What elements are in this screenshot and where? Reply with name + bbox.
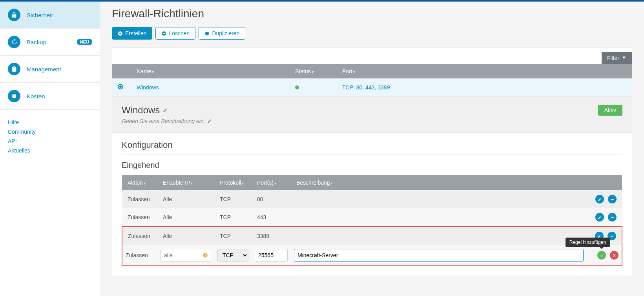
edit-rule-icon[interactable]: [595, 195, 604, 203]
policy-row[interactable]: Windows TCP: 80, 443, 3389: [112, 78, 632, 96]
edit-desc-icon[interactable]: [207, 119, 212, 123]
clipboard-icon: [8, 63, 20, 75]
rules-table: Aktion▾ Erlaubte IP▾ Protokoll▾ Port(s)▾…: [122, 175, 622, 266]
rule-row: Zulassen Alle TCP 443: [122, 208, 622, 227]
rule-row: Zulassen Alle TCP 80: [122, 190, 622, 208]
col-ip[interactable]: Erlaubte IP▾: [157, 175, 214, 190]
svg-rect-1: [611, 199, 613, 200]
port-input[interactable]: [255, 249, 288, 261]
new-rule-row: Zulassen TCP: [122, 245, 622, 266]
delete-button[interactable]: Löschen: [155, 27, 195, 40]
select-radio[interactable]: [118, 84, 123, 89]
sidebar-links: Hilfe Community API Aktuelles: [0, 110, 100, 163]
sidebar-item-backup[interactable]: Backup NEU: [0, 29, 100, 55]
page-title: Firewall-Richtlinien: [112, 7, 632, 20]
coins-icon: [8, 90, 20, 102]
svg-point-0: [205, 31, 209, 35]
remove-rule-icon[interactable]: [608, 213, 617, 222]
copy-icon: [204, 31, 210, 36]
add-rule-tooltip: Regel hinzufügen: [566, 238, 610, 247]
col-aktion[interactable]: Aktion▾: [122, 175, 157, 190]
warning-icon: [203, 252, 208, 258]
create-button[interactable]: Erstellen: [112, 27, 152, 40]
sidebar-item-label: Sicherheit: [27, 12, 53, 18]
policy-detail-header: Windows Geben Sie eine Beschreibung ein.…: [112, 96, 632, 133]
detail-title: Windows: [122, 105, 160, 116]
col-port[interactable]: Port▾: [337, 64, 616, 78]
sidebar: Sicherheit Backup NEU Management: [0, 2, 100, 296]
sidebar-item-management[interactable]: Management: [0, 56, 100, 82]
svg-rect-6: [205, 256, 205, 256]
link-aktuelles[interactable]: Aktuelles: [8, 146, 92, 155]
col-status[interactable]: Status▾: [290, 64, 337, 78]
col-protokoll[interactable]: Protokoll▾: [214, 175, 252, 190]
col-ports[interactable]: Port(s)▾: [252, 175, 291, 190]
edit-rule-icon[interactable]: [595, 213, 604, 222]
svg-rect-2: [611, 217, 613, 218]
policy-port: TCP: 80, 443, 3389: [337, 78, 616, 96]
minus-icon: [161, 31, 166, 36]
cancel-add-icon[interactable]: [610, 251, 618, 260]
status-badge[interactable]: Aktiv: [598, 105, 622, 116]
filter-icon: [622, 56, 626, 60]
svg-rect-5: [205, 254, 205, 256]
main-content: Firewall-Richtlinien Erstellen Löschen D…: [100, 2, 644, 296]
rule-row: Zulassen Alle TCP 3389: [122, 227, 622, 245]
plus-icon: [118, 31, 123, 36]
status-active-icon: [295, 85, 299, 89]
sidebar-item-sicherheit[interactable]: Sicherheit: [0, 2, 100, 28]
remove-rule-icon[interactable]: [608, 195, 617, 203]
col-name[interactable]: Name▾: [131, 64, 290, 78]
link-hilfe[interactable]: Hilfe: [8, 118, 92, 127]
policy-name[interactable]: Windows: [131, 78, 290, 96]
protocol-select[interactable]: TCP: [217, 249, 248, 261]
edit-title-icon[interactable]: [163, 108, 168, 113]
new-badge: NEU: [77, 39, 92, 45]
sidebar-item-label: Backup: [27, 39, 46, 45]
link-community[interactable]: Community: [8, 127, 92, 136]
confirm-add-icon[interactable]: [597, 251, 606, 260]
svg-rect-3: [611, 236, 613, 236]
link-api[interactable]: API: [8, 136, 92, 146]
filter-button[interactable]: Filter: [602, 52, 632, 64]
inbound-title: Eingehend: [122, 154, 622, 175]
sidebar-item-label: Management: [27, 66, 61, 73]
policies-table: Name▾ Status▾ Port▾ Windows TCP: 80, 443…: [112, 64, 632, 96]
lock-icon: [8, 9, 20, 21]
sidebar-item-label: Kosten: [27, 93, 45, 100]
col-beschreibung[interactable]: Beschreibung▾: [291, 175, 587, 190]
duplicate-button[interactable]: Duplizieren: [199, 27, 245, 40]
desc-placeholder[interactable]: Geben Sie eine Beschreibung ein.: [122, 118, 205, 124]
description-input[interactable]: [294, 249, 584, 261]
history-icon: [8, 36, 20, 48]
sidebar-item-kosten[interactable]: Kosten: [0, 83, 100, 109]
config-title: Konfiguration: [122, 133, 622, 154]
new-rule-action: Zulassen: [122, 245, 157, 266]
